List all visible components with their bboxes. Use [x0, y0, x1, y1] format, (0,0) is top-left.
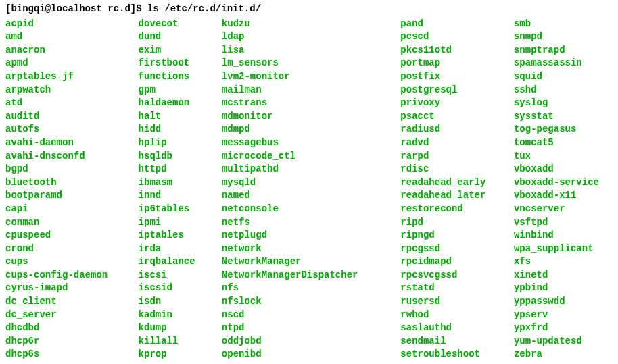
service-entry: iscsid	[139, 282, 208, 295]
service-entry: nfs	[222, 282, 387, 295]
service-entry: pkcs11otd	[400, 44, 500, 57]
service-entry: kdump	[139, 321, 208, 335]
service-entry: kprop	[139, 348, 208, 361]
service-entry: bgpd	[5, 163, 125, 176]
service-entry: killall	[139, 335, 208, 348]
service-entry: radvd	[400, 136, 500, 150]
service-entry: pand	[400, 18, 500, 31]
column-4: pandpcscdpkcs11otdportmappostfixpostgres…	[400, 18, 514, 361]
service-entry: smb	[514, 18, 599, 31]
service-entry: rwhod	[400, 309, 500, 322]
shell-prompt: [bingqi@localhost rc.d]$ ls /etc/rc.d/in…	[5, 3, 613, 16]
service-entry: bluetooth	[5, 176, 125, 190]
service-entry: gpm	[139, 84, 208, 97]
service-entry: rpcgssd	[400, 242, 500, 256]
service-entry: psacct	[400, 110, 500, 124]
service-entry: dc_client	[5, 295, 125, 309]
service-entry: network	[222, 242, 387, 256]
service-entry: cups-config-daemon	[5, 269, 125, 282]
service-entry: kadmin	[139, 309, 208, 322]
service-entry: functions	[139, 70, 208, 84]
service-entry: yppasswdd	[514, 295, 599, 309]
service-entry: haldaemon	[139, 97, 208, 110]
service-entry: dund	[139, 30, 208, 44]
service-entry: dc_server	[5, 309, 125, 322]
service-entry: setroubleshoot	[400, 348, 500, 361]
service-entry: amd	[5, 30, 125, 44]
service-entry: mailman	[222, 84, 387, 97]
service-entry: auditd	[5, 110, 125, 124]
service-entry: vboxadd-service	[514, 176, 599, 190]
service-entry: firstboot	[139, 57, 208, 70]
service-entry: NetworkManagerDispatcher	[222, 269, 387, 282]
service-entry: ripngd	[400, 229, 500, 242]
service-entry: rpcidmapd	[400, 255, 500, 269]
service-entry: conman	[5, 216, 125, 230]
service-entry: named	[222, 189, 387, 203]
service-entry: yum-updatesd	[514, 335, 599, 348]
service-entry: rdisc	[400, 163, 500, 176]
service-entry: crond	[5, 242, 125, 256]
service-entry: xfs	[514, 255, 599, 269]
service-entry: portmap	[400, 57, 500, 70]
service-entry: rarpd	[400, 150, 500, 163]
service-entry: nfslock	[222, 295, 387, 309]
service-entry: hsqldb	[139, 150, 208, 163]
service-entry: messagebus	[222, 136, 387, 150]
service-entry: acpid	[5, 18, 125, 31]
service-entry: httpd	[139, 163, 208, 176]
service-entry: vboxadd	[514, 163, 599, 176]
service-entry: halt	[139, 110, 208, 124]
service-entry: readahead_later	[400, 189, 500, 203]
column-5: smbsnmpdsnmptrapdspamassassinsquidsshdsy…	[514, 18, 613, 361]
service-entry: restorecond	[400, 203, 500, 216]
service-entry: openibd	[222, 348, 387, 361]
service-entry: privoxy	[400, 97, 500, 110]
service-entry: pcscd	[400, 30, 500, 44]
service-entry: cpuspeed	[5, 229, 125, 242]
service-entry: ypserv	[514, 309, 599, 322]
service-entry: mdmonitor	[222, 110, 387, 124]
service-entry: ibmasm	[139, 176, 208, 190]
service-entry: sshd	[514, 84, 599, 97]
service-entry: ldap	[222, 30, 387, 44]
service-entry: dhcp6s	[5, 348, 125, 361]
service-entry: vsftpd	[514, 216, 599, 230]
service-entry: radiusd	[400, 123, 500, 136]
service-entry: ntpd	[222, 321, 387, 335]
service-entry: squid	[514, 70, 599, 84]
service-entry: innd	[139, 189, 208, 203]
service-entry: dhcdbd	[5, 321, 125, 335]
service-entry: atd	[5, 97, 125, 110]
service-entry: rpcsvcgssd	[400, 269, 500, 282]
ls-output: acpidamdanacronapmdarptables_jfarpwatcha…	[5, 18, 613, 361]
service-entry: cups	[5, 255, 125, 269]
service-entry: mcstrans	[222, 97, 387, 110]
service-entry: netconsole	[222, 203, 387, 216]
service-entry: lisa	[222, 44, 387, 57]
service-entry: arpwatch	[5, 84, 125, 97]
service-entry: ipmi	[139, 216, 208, 230]
service-entry: spamassassin	[514, 57, 599, 70]
service-entry: hplip	[139, 136, 208, 150]
service-entry: irda	[139, 242, 208, 256]
service-entry: arptables_jf	[5, 70, 125, 84]
service-entry: isdn	[139, 295, 208, 309]
service-entry: apmd	[5, 57, 125, 70]
service-entry: sendmail	[400, 335, 500, 348]
column-1: acpidamdanacronapmdarptables_jfarpwatcha…	[5, 18, 139, 361]
service-entry: snmpd	[514, 30, 599, 44]
service-entry: tog-pegasus	[514, 123, 599, 136]
service-entry: vboxadd-x11	[514, 189, 599, 203]
service-entry: cyrus-imapd	[5, 282, 125, 295]
service-entry: postgresql	[400, 84, 500, 97]
column-3: kudzuldaplisalm_sensorslvm2-monitormailm…	[222, 18, 401, 361]
service-entry: netplugd	[222, 229, 387, 242]
service-entry: ripd	[400, 216, 500, 230]
service-entry: microcode_ctl	[222, 150, 387, 163]
service-entry: wpa_supplicant	[514, 242, 599, 256]
service-entry: rusersd	[400, 295, 500, 309]
service-entry: tux	[514, 150, 599, 163]
service-entry: sysstat	[514, 110, 599, 124]
service-entry: netfs	[222, 216, 387, 230]
